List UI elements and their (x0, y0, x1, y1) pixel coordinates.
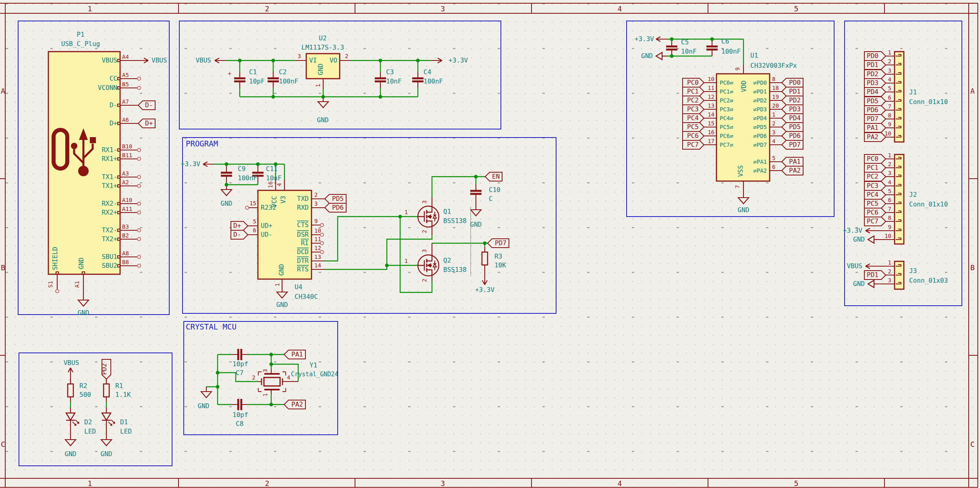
net-pc0[interactable]: PC0 (687, 79, 699, 86)
pin-number[interactable]: 1 (274, 283, 280, 286)
net-gnd[interactable]: GND (641, 52, 653, 60)
net-gnd[interactable]: GND (276, 301, 288, 309)
j1-ref[interactable]: J1 (909, 88, 917, 96)
net-gnd[interactable]: GND (853, 236, 865, 243)
net-dminus[interactable]: D- (145, 101, 153, 109)
pin-number[interactable]: 3 (888, 170, 891, 176)
pin-name[interactable]: TX1- (102, 173, 117, 181)
pin-number[interactable]: B2 (122, 232, 129, 239)
pin-number[interactable]: 1 (405, 209, 408, 215)
pin-name[interactable]: PC6⇄ (720, 133, 733, 139)
value-label[interactable]: 100nF (721, 48, 741, 55)
pin-number[interactable]: 5 (772, 155, 775, 161)
pin-number[interactable]: 11 (314, 236, 321, 242)
pin-number[interactable]: 14 (314, 262, 321, 269)
pin-number[interactable]: 12 (314, 245, 321, 251)
pin-name[interactable]: ⇄PD2 (753, 97, 767, 104)
j2-value[interactable]: Conn_01x10 (909, 200, 948, 208)
pin-number[interactable]: B10 (122, 143, 132, 150)
row-c-left[interactable]: C (1, 440, 5, 448)
net-gnd[interactable]: GND (470, 221, 482, 228)
net-vbus[interactable]: VBUS (847, 262, 862, 270)
pin-number[interactable]: 4 (276, 183, 282, 186)
col-1[interactable]: 1 (88, 4, 92, 13)
net-pc6[interactable]: PC6 (687, 132, 699, 140)
pin-number[interactable]: 5 (888, 188, 891, 194)
pin-name[interactable]: ⇄PA2 (753, 167, 767, 174)
pin-name[interactable]: PC1⇄ (720, 88, 733, 95)
pin-number[interactable]: 7 (888, 206, 891, 212)
pin-name[interactable]: PC2⇄ (720, 97, 733, 104)
col-2[interactable]: 2 (265, 4, 270, 13)
net-gnd[interactable]: GND (65, 450, 77, 458)
pin-number[interactable]: 9 (314, 218, 318, 224)
pin-number[interactable]: 1 (315, 84, 321, 87)
u1-ref[interactable]: U1 (750, 52, 758, 59)
pin-name[interactable]: RX2+ (102, 209, 117, 216)
net-gnd[interactable]: GND (101, 450, 112, 458)
pin-name[interactable]: UD+ (261, 222, 272, 229)
row-c-right[interactable]: C (970, 440, 975, 448)
schematic-canvas[interactable]: 1234512345ABCABCP1USB_C_PlugVBUSCCVCONND… (0, 0, 980, 488)
pin-name[interactable]: R232 (261, 204, 276, 211)
net-gnd[interactable]: GND (738, 206, 750, 214)
pin-number[interactable]: 3 (421, 249, 428, 252)
pin-name[interactable]: TX2+ (102, 235, 117, 243)
net-en[interactable]: EN (492, 173, 500, 180)
pin-number[interactable]: 3 (772, 129, 775, 136)
net-pc3[interactable]: PC3 (687, 105, 699, 113)
y1-ref[interactable]: Y1 (309, 361, 317, 369)
pin-name[interactable]: ⇄PD1 (753, 88, 767, 95)
pin-name[interactable]: CTS (297, 221, 309, 229)
value-label[interactable]: C (489, 195, 493, 202)
pin-number[interactable]: 11 (708, 85, 714, 91)
net-vbus[interactable]: VBUS (152, 56, 167, 64)
net-label[interactable]: PA1 (867, 124, 878, 131)
value-label[interactable]: 10K (494, 261, 506, 269)
net-label[interactable]: PC2 (867, 173, 878, 180)
net-label[interactable]: PC0 (867, 155, 878, 163)
pin-name[interactable]: PC4⇄ (720, 115, 733, 121)
pin-number[interactable]: 14 (708, 111, 714, 118)
pin-number[interactable]: 15 (708, 120, 714, 127)
row-b-left[interactable]: B (1, 263, 5, 272)
net-label[interactable]: PD2 (867, 70, 878, 78)
pin-number[interactable]: 6 (253, 227, 256, 234)
pin-number[interactable]: 1 (888, 259, 891, 266)
q2-value[interactable]: BSS138 (443, 266, 467, 273)
pin-number[interactable]: 8 (772, 76, 775, 82)
net-vbus[interactable]: VBUS (195, 56, 211, 64)
net-pd2[interactable]: PD2 (789, 96, 801, 104)
net-label[interactable]: PD7 (867, 115, 878, 123)
pin-number[interactable]: B5 (122, 81, 129, 88)
net-label[interactable]: PD3 (867, 79, 878, 87)
pin-number[interactable]: 1 (888, 49, 891, 56)
reference-label[interactable]: C9 (238, 165, 245, 173)
net-3v3[interactable]: +3.3V (448, 56, 468, 64)
pin-number[interactable]: A2 (122, 179, 129, 186)
net-3v3[interactable]: +3.3V (181, 160, 201, 168)
pin-name[interactable]: PC7⇄ (720, 142, 733, 148)
pin-name[interactable]: DSR (297, 231, 309, 238)
reference-label[interactable]: C11 (266, 165, 278, 173)
net-pc4[interactable]: PC4 (687, 114, 699, 122)
reference-label[interactable]: C2 (279, 68, 287, 76)
pin-number[interactable]: A6 (122, 117, 129, 123)
pin-number[interactable]: B11 (122, 152, 132, 158)
pin-number[interactable]: 2 (888, 161, 891, 167)
pin-number[interactable]: B3 (122, 223, 129, 230)
net-pc1[interactable]: PC1 (687, 88, 699, 95)
pin-number[interactable]: 6 (772, 164, 775, 170)
net-label[interactable]: PD4 (867, 88, 878, 96)
pin-name[interactable]: VI (309, 56, 317, 64)
reference-label[interactable]: C4 (424, 68, 431, 76)
pin-number[interactable]: 4 (287, 374, 290, 381)
net-pd1[interactable]: PD1 (789, 88, 801, 95)
value-label[interactable]: 10nF (266, 174, 282, 182)
net-label[interactable]: PC7 (867, 217, 878, 225)
net-pd2[interactable]: PD2 (100, 363, 108, 375)
pin-number[interactable]: 1 (405, 258, 408, 264)
y1-value[interactable]: Crystal_GND24 (291, 371, 338, 378)
pin-number[interactable]: 2 (314, 192, 318, 198)
net-3v3[interactable]: +3.3V (635, 35, 654, 43)
